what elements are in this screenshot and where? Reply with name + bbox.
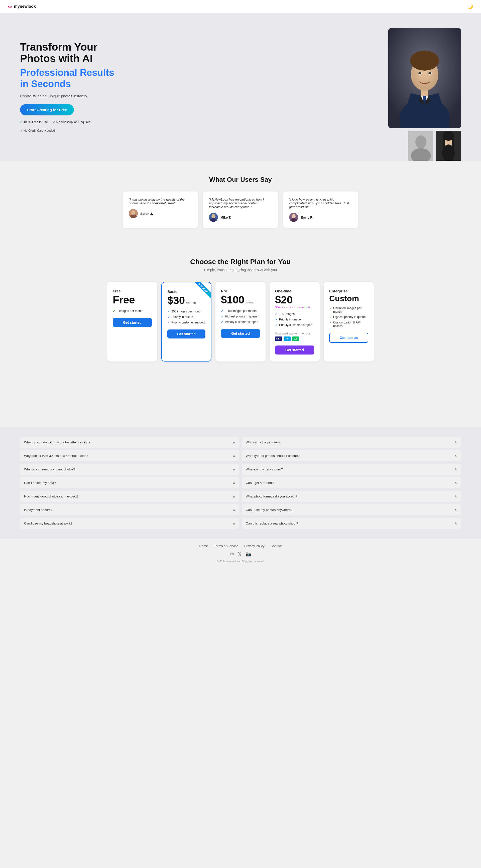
check-icon: ✓ [167,321,170,324]
check-icon: ✓ [20,129,23,132]
chevron-up-icon: ∧ [233,440,235,444]
hero-section: Transform Your Photos with AI Profession… [0,13,481,161]
hero-thumb-2 [436,131,461,161]
plan-cta-button[interactable]: Get started [221,329,260,338]
footer-link-privacy[interactable]: Privacy Policy [244,544,265,548]
plan-note: *Credits expire in one month [275,306,314,309]
svg-point-11 [428,72,431,74]
badge-no-card: ✓ No Credit Card Needed [20,129,55,132]
testimonial-text: "MyNewLook has revolutionized how I appr… [209,197,272,209]
hero-left: Transform Your Photos with AI Profession… [20,41,125,148]
cta-button[interactable]: Start Creating for Free [20,104,74,116]
faq-question: Who owns the pictures? [246,440,280,444]
twitter-icon[interactable]: 𝕏 [238,551,241,557]
faq-item[interactable]: Can I use my photos anywhere? ∧ [242,504,461,515]
svg-point-7 [410,51,439,71]
avatar [209,213,218,222]
faq-item[interactable]: Is payment secure? ∧ [20,504,239,515]
check-icon: ✓ [167,315,170,319]
list-item: ✓ Customization & API access [329,321,368,328]
plan-cta-button[interactable]: Get started [167,330,205,339]
avatar [129,209,138,218]
faq-item[interactable]: Can I get a refund? ∧ [242,477,461,488]
plan-cta-button[interactable]: Get started [275,345,314,354]
list-item: ✓ Priority customer support [275,323,314,327]
check-icon: ✓ [329,321,332,324]
plan-features: ✓ 1000 images per month ✓ Highest priori… [221,309,260,324]
footer-link-contact[interactable]: Contact [271,544,282,548]
faq-item[interactable]: What type of photos should I upload? ∧ [242,450,461,461]
faq-question: Why does it take 30 minutes and not fast… [24,454,88,458]
check-icon: ✓ [53,120,55,124]
logo-text: mynewlook [14,4,36,9]
pricing-section: Choose the Right Plan for You Simple, tr… [0,243,481,376]
testimonials-grid: "I was blown away by the quality of the … [20,191,461,228]
plan-label: One-time [275,289,314,293]
visa-icon: VISA [275,337,282,341]
faq-item[interactable]: What do you do with my photos after trai… [20,437,239,447]
plan-price: $100 [221,294,244,306]
footer: Home Terms of Service Privacy Policy Con… [0,539,481,568]
check-icon: ✓ [167,310,170,313]
alipay-icon: Ali [283,337,291,341]
user-name: Sarah J. [140,212,153,216]
check-icon: ✓ [275,323,277,327]
pricing-card-onetime: One-time $20 *Credits expire in one mont… [270,282,320,362]
faq-item[interactable]: Why does it take 30 minutes and not fast… [20,450,239,461]
testimonial-text: "I was blown away by the quality of the … [129,197,192,205]
faq-item[interactable]: How many good photos can I expect? ∧ [20,491,239,502]
faq-question: What photo formats do you accept? [246,494,297,498]
list-item: ✓ Priority customer support [167,321,205,324]
email-icon[interactable]: ✉ [230,551,234,557]
pricing-card-enterprise: Enterprise Custom ✓ Unlimited images per… [324,282,374,362]
chevron-up-icon: ∧ [233,454,235,458]
faq-item[interactable]: Who owns the pictures? ∧ [242,437,461,447]
navbar: ∞ mynewlook 🌙 [0,0,481,13]
footer-link-home[interactable]: Home [199,544,208,548]
svg-point-30 [211,214,215,219]
plan-price: Free [113,294,152,306]
hero-main-image [388,28,461,128]
faq-item[interactable]: Where is my data stored? ∧ [242,464,461,475]
faq-question: Where is my data stored? [246,467,283,471]
wechat-icon: We [292,337,299,341]
svg-point-18 [415,135,426,149]
dark-mode-toggle[interactable]: 🌙 [468,4,473,9]
faq-item[interactable]: Can I use my headshots at work? ∧ [20,518,239,529]
hero-right [125,28,461,161]
pricing-subtitle: Simple, transparent pricing that grows w… [20,268,461,272]
faq-question: Can I get a refund? [246,481,274,485]
list-item: ✓ Priority customer support [221,320,260,324]
testimonial-text: "I love how easy it is to use. No compli… [289,197,352,209]
testimonial-card: "I love how easy it is to use. No compli… [283,191,358,228]
list-item: ✓ 3 images per month [113,309,152,313]
pricing-title: Choose the Right Plan for You [20,258,461,266]
chevron-up-icon: ∧ [454,508,457,512]
svg-point-33 [292,214,296,219]
faq-item[interactable]: Can this replace a real photo shoot? ∧ [242,518,461,529]
plan-cta-button[interactable]: Get started [113,318,152,327]
plan-cta-button[interactable]: Contact us [329,333,368,343]
chevron-up-icon: ∧ [233,494,235,498]
faq-question: Can I use my headshots at work? [24,522,72,525]
faq-item[interactable]: Can I delete my data? ∧ [20,477,239,488]
avatar [289,213,298,222]
instagram-icon[interactable]: 📷 [245,551,251,557]
footer-link-tos[interactable]: Terms of Service [214,544,238,548]
hero-thumb-1 [408,131,433,161]
chevron-up-icon: ∧ [233,481,235,485]
plan-features: ✓ 3 images per month [113,309,152,313]
empty-section [0,376,481,427]
hero-title: Transform Your Photos with AI [20,41,125,64]
list-item: ✓ Unlimited images per month [329,306,368,313]
faq-item[interactable]: What photo formats do you accept? ∧ [242,491,461,502]
plan-price-unit: /month [186,301,196,305]
footer-links: Home Terms of Service Privacy Policy Con… [20,544,461,548]
faq-item[interactable]: Why do you need so many photos? ∧ [20,464,239,475]
logo[interactable]: ∞ mynewlook [8,3,36,10]
faq-question: Can this replace a real photo shoot? [246,522,298,525]
svg-point-10 [418,72,421,74]
list-item: ✓ Highest priority in queue [221,315,260,318]
plan-label: Free [113,289,152,293]
check-icon: ✓ [221,320,223,324]
